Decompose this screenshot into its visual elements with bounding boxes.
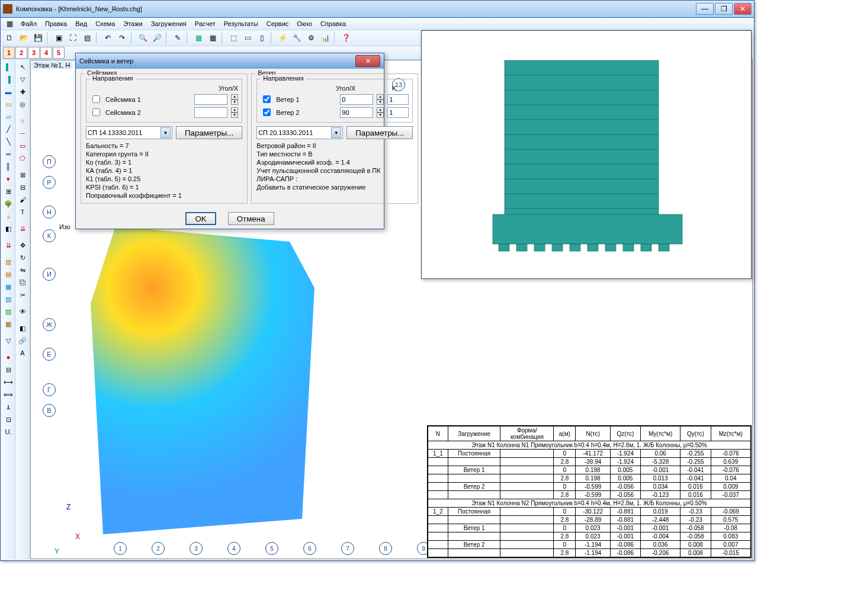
- chart-icon[interactable]: 📊: [319, 31, 332, 44]
- floor-tab-5[interactable]: 5: [53, 47, 65, 59]
- wind2-angle-input[interactable]: [340, 107, 373, 118]
- lt-tree-icon[interactable]: 🌳: [2, 198, 14, 210]
- lt2-poly-icon[interactable]: ⬠: [17, 152, 28, 164]
- ok-button[interactable]: OK: [185, 212, 216, 225]
- lt2-paint-icon[interactable]: 🖌: [17, 194, 28, 206]
- wind1-angle-input[interactable]: [340, 94, 373, 105]
- lt2-rotate-icon[interactable]: ↻: [17, 252, 28, 264]
- lt-line4-icon[interactable]: ║: [2, 161, 14, 172]
- lt-line1-icon[interactable]: ╱: [2, 123, 14, 135]
- lt2-line-icon[interactable]: ─: [17, 127, 28, 139]
- lightning-icon[interactable]: ⚡: [276, 31, 289, 44]
- menu-service[interactable]: Сервис: [263, 19, 293, 28]
- minimize-button[interactable]: —: [696, 3, 714, 15]
- lt2-move-icon[interactable]: ✥: [17, 239, 28, 251]
- lt-panel5-icon[interactable]: ▨: [2, 306, 14, 317]
- wrench-icon[interactable]: 🔧: [290, 31, 303, 44]
- menu-help[interactable]: Справка: [317, 19, 349, 28]
- zoom-region-icon[interactable]: ⛶: [66, 31, 79, 44]
- spinner-icon[interactable]: ▲▼: [377, 107, 384, 118]
- seismic2-angle-input[interactable]: [194, 107, 227, 118]
- lt2-text-icon[interactable]: T: [17, 206, 28, 218]
- close-button[interactable]: ✕: [734, 3, 752, 15]
- lt2-cube-icon[interactable]: ◧: [17, 322, 28, 334]
- wind-code-combo[interactable]: СП 20.13330.2011▼: [256, 126, 343, 139]
- wind1-checkbox[interactable]: [263, 95, 271, 103]
- lt2-cut-icon[interactable]: ✂: [17, 289, 28, 301]
- lt2-grid1-icon[interactable]: ⊞: [17, 169, 28, 181]
- tool-b-icon[interactable]: ▭: [241, 31, 254, 44]
- lt2-rect-icon[interactable]: ▭: [17, 140, 28, 152]
- lt-panel3-icon[interactable]: ▦: [2, 281, 14, 293]
- lt-panel4-icon[interactable]: ▧: [2, 293, 14, 305]
- lt-load1-icon[interactable]: ▾: [2, 173, 14, 185]
- maximize-button[interactable]: ❐: [715, 3, 733, 15]
- menu-edit[interactable]: Правка: [41, 19, 70, 28]
- lt2-grid2-icon[interactable]: ⊟: [17, 181, 28, 193]
- floor-tab-4[interactable]: 4: [40, 47, 52, 59]
- grid2-icon[interactable]: ▦: [206, 31, 219, 44]
- lt-dim2-icon[interactable]: ⟺: [2, 389, 14, 400]
- spinner-icon[interactable]: ▲▼: [231, 107, 238, 118]
- pencil-icon[interactable]: ✎: [171, 31, 184, 44]
- menu-view[interactable]: Вид: [72, 19, 91, 28]
- spinner-icon[interactable]: ▲▼: [377, 94, 384, 105]
- lt-slab-icon[interactable]: ▱: [2, 111, 14, 123]
- lt2-link-icon[interactable]: 🔗: [17, 335, 28, 346]
- lt-misc-icon[interactable]: ◧: [2, 223, 14, 235]
- menu-floors[interactable]: Этажи: [120, 19, 146, 28]
- lt-u-icon[interactable]: U.: [2, 426, 14, 438]
- lt2-funnel-icon[interactable]: ▽: [17, 73, 28, 85]
- lt-line2-icon[interactable]: ╲: [2, 136, 14, 147]
- select-window-icon[interactable]: ▣: [52, 31, 65, 44]
- new-icon[interactable]: 🗋: [3, 31, 16, 44]
- lt-beam-icon[interactable]: ▭: [2, 98, 14, 110]
- wind1-k-input[interactable]: [387, 94, 409, 105]
- menu-file[interactable]: Файл: [17, 19, 40, 28]
- seismic-params-button[interactable]: Параметры...: [176, 126, 242, 139]
- lt-panel1-icon[interactable]: ▥: [2, 256, 14, 268]
- floor-tab-3[interactable]: 3: [28, 47, 40, 59]
- layers-icon[interactable]: ▤: [81, 31, 94, 44]
- tool-a-icon[interactable]: ⬚: [227, 31, 240, 44]
- lt2-target-icon[interactable]: ◎: [17, 98, 28, 110]
- lt-tab-icon[interactable]: ⊡: [2, 413, 14, 425]
- lt-building-icon[interactable]: ▌: [2, 61, 14, 73]
- open-icon[interactable]: 📂: [17, 31, 30, 44]
- lt2-mirror-icon[interactable]: ⇋: [17, 264, 28, 276]
- lt-line3-icon[interactable]: ═: [2, 148, 14, 160]
- menu-scheme[interactable]: Схема: [92, 19, 118, 28]
- help-icon[interactable]: ❓: [339, 31, 352, 44]
- app-menu-icon[interactable]: ▦: [3, 17, 16, 30]
- lt-panel6-icon[interactable]: ▩: [2, 318, 14, 330]
- seismic1-checkbox[interactable]: [92, 95, 100, 103]
- lt2-plus-icon[interactable]: ✚: [17, 86, 28, 98]
- lt-filter-icon[interactable]: ▽: [2, 335, 14, 346]
- lt2-load-icon[interactable]: ⇊: [17, 223, 28, 235]
- wind-params-button[interactable]: Параметры...: [346, 126, 413, 139]
- lt2-a-icon[interactable]: A: [17, 347, 28, 359]
- dialog-titlebar[interactable]: Сейсмика и ветер ✕: [76, 53, 384, 69]
- seismic2-checkbox[interactable]: [92, 108, 100, 116]
- wind2-k-input[interactable]: [387, 107, 409, 118]
- menu-window[interactable]: Окно: [293, 19, 316, 28]
- lt-wall-icon[interactable]: ▬: [2, 86, 14, 98]
- menu-calc[interactable]: Расчет: [191, 19, 219, 28]
- zoom-in-icon[interactable]: 🔍: [136, 31, 149, 44]
- results-table[interactable]: NЗагружениеФорма/комбинацияa(м)N(тс)Qz(т…: [427, 425, 752, 558]
- lt-panel2-icon[interactable]: ▤: [2, 268, 14, 280]
- lt-dot-icon[interactable]: ●: [2, 351, 14, 363]
- preview-3d-window[interactable]: [421, 30, 752, 279]
- lt2-copy-icon[interactable]: ⿻: [17, 277, 28, 288]
- spinner-icon[interactable]: ▲▼: [231, 94, 238, 105]
- lt-mesh-icon[interactable]: ⊟: [2, 364, 14, 376]
- lt-col2-icon[interactable]: ⫫: [2, 401, 14, 413]
- floor-tab-1[interactable]: 1: [3, 47, 15, 59]
- seismic-code-combo[interactable]: СП 14.13330.2011▼: [86, 126, 172, 139]
- seismic1-angle-input[interactable]: [194, 94, 227, 105]
- lt-support-icon[interactable]: ⏚: [2, 210, 14, 222]
- lt-col-icon[interactable]: ▐: [2, 73, 14, 85]
- redo-icon[interactable]: ↷: [115, 31, 129, 44]
- lt-arrows-icon[interactable]: ⇊: [2, 239, 14, 251]
- lt-grid-icon[interactable]: ⊞: [2, 185, 14, 197]
